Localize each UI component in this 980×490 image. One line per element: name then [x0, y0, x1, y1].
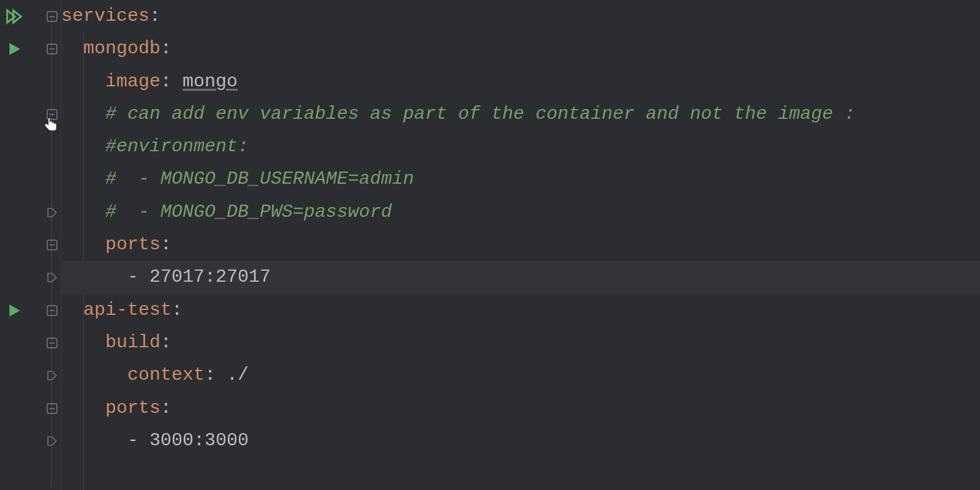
pointer-cursor-icon [43, 116, 60, 134]
fold-minus-icon[interactable] [47, 239, 58, 251]
svg-marker-2 [9, 43, 20, 55]
code-line[interactable]: # can add env variables as part of the c… [61, 98, 980, 130]
code-line[interactable]: build: [61, 326, 980, 359]
fold-minus-icon[interactable] [47, 305, 58, 316]
yaml-colon: : [205, 364, 227, 385]
yaml-colon: : [160, 38, 172, 59]
code-line[interactable]: # - MONGO_DB_USERNAME=admin [61, 163, 980, 195]
yaml-value: 3000:3000 [149, 430, 249, 451]
fold-end-icon[interactable] [47, 207, 58, 218]
yaml-colon: : [160, 398, 172, 418]
yaml-comment: # - MONGO_DB_USERNAME=admin [105, 168, 414, 189]
code-line[interactable]: context: ./ [61, 359, 980, 391]
code-line[interactable]: #environment: [61, 130, 980, 163]
yaml-colon: : [160, 71, 183, 92]
yaml-colon: : [160, 332, 172, 353]
code-line[interactable]: # - MONGO_DB_PWS=password [61, 196, 980, 228]
yaml-key: build [105, 332, 160, 353]
fold-minus-icon[interactable] [47, 403, 58, 414]
yaml-key: ports [105, 398, 160, 418]
yaml-comment: #environment: [105, 136, 249, 157]
yaml-key: api-test [83, 300, 172, 320]
yaml-colon: : [149, 6, 160, 26]
code-line[interactable]: image: mongo [61, 66, 980, 98]
yaml-key: services [61, 6, 149, 26]
code-editor: services: mongodb: image: mongo # can ad… [0, 0, 980, 490]
code-line[interactable]: api-test: [61, 294, 980, 326]
code-line[interactable]: services: [61, 0, 980, 32]
yaml-value: 27017:27017 [149, 266, 271, 287]
yaml-dash: - [127, 266, 149, 287]
yaml-value: ./ [227, 364, 249, 385]
fold-minus-icon[interactable] [47, 43, 58, 55]
fold-guide-line [51, 16, 52, 488]
fold-end-icon[interactable] [47, 435, 58, 447]
run-service-icon[interactable] [6, 41, 22, 57]
yaml-key: context [127, 364, 205, 385]
fold-minus-icon[interactable] [47, 337, 58, 349]
run-service-icon[interactable] [6, 303, 22, 318]
yaml-dash: - [127, 430, 149, 451]
yaml-comment: # can add env variables as part of the c… [105, 104, 855, 124]
gutter [0, 0, 43, 490]
fold-end-icon[interactable] [47, 272, 58, 283]
fold-column [43, 0, 61, 490]
run-all-icon[interactable] [5, 7, 23, 26]
fold-end-icon[interactable] [47, 370, 58, 381]
code-line[interactable]: ports: [61, 392, 980, 424]
svg-marker-3 [9, 304, 20, 317]
code-line[interactable]: mongodb: [61, 32, 980, 65]
yaml-key: mongodb [83, 38, 160, 59]
yaml-colon: : [160, 234, 172, 255]
yaml-key: ports [105, 234, 160, 255]
code-line[interactable]: - 3000:3000 [61, 424, 980, 457]
fold-minus-icon[interactable] [47, 11, 58, 22]
yaml-comment: # - MONGO_DB_PWS=password [105, 202, 392, 222]
yaml-value: mongo [183, 71, 238, 92]
code-area[interactable]: services: mongodb: image: mongo # can ad… [61, 0, 980, 490]
code-line-current[interactable]: - 27017:27017 [61, 261, 980, 293]
yaml-key: image [105, 71, 160, 92]
yaml-colon: : [172, 300, 183, 320]
code-line[interactable]: ports: [61, 228, 980, 261]
